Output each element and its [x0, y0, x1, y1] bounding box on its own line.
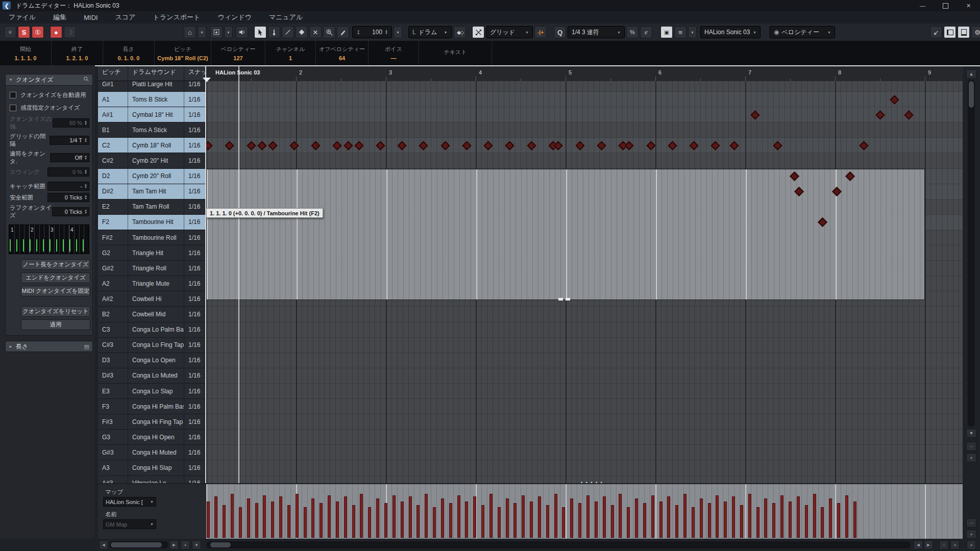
velocity-bar[interactable]	[595, 502, 598, 538]
velocity-bar[interactable]	[384, 503, 387, 538]
show-note-length-icon[interactable]: ◆◇	[454, 26, 466, 38]
solo-button[interactable]: S	[18, 26, 30, 38]
velocity-bar[interactable]	[481, 505, 484, 538]
velocity-bar[interactable]	[562, 507, 565, 538]
velocity-bar[interactable]	[586, 495, 590, 538]
velocity-bar[interactable]	[756, 507, 760, 538]
drum-row-F#3[interactable]: F#3Conga Hi Fing Tap1/16	[98, 414, 206, 430]
acoustic-feedback-button[interactable]: ①	[32, 26, 44, 38]
velocity-bar[interactable]	[813, 494, 816, 538]
velocity-bar[interactable]	[223, 505, 226, 538]
velocity-bar[interactable]	[207, 502, 210, 538]
drum-row-A3[interactable]: A3Conga Hi Slap1/16	[98, 461, 206, 476]
section-settings-icon[interactable]: ▤	[84, 343, 89, 350]
column-header-0[interactable]: ピッチ	[98, 66, 128, 81]
drum-row-C#2[interactable]: C#2Cymb 20" Hit1/16	[98, 154, 206, 169]
drum-row-F#2[interactable]: F#2Tambourine Roll1/16	[98, 230, 206, 245]
drum-row-D#3[interactable]: D#3Conga Lo Muted1/16	[98, 368, 206, 384]
drum-row-G3[interactable]: G3Conga Hi Open1/16	[98, 430, 206, 445]
velocity-bar[interactable]	[255, 503, 258, 538]
velocity-bar[interactable]	[393, 495, 396, 538]
grid-scroll-left-icon[interactable]: ◄	[914, 540, 923, 549]
velocity-bar[interactable]	[805, 505, 808, 538]
lane-resize-handle[interactable]: • • • • •	[581, 480, 603, 485]
velocity-bar[interactable]	[304, 507, 307, 538]
velocity-bar[interactable]	[627, 507, 630, 538]
name-dropdown[interactable]: GM Map▼	[103, 519, 156, 529]
field-value-box[interactable]: Off▲▼	[50, 153, 89, 162]
info-field-0[interactable]: 開始1. 1. 1. 0	[0, 41, 52, 65]
speaker-icon[interactable]	[236, 26, 248, 38]
drum-row-A1[interactable]: A1Toms B Stick1/16	[98, 92, 206, 107]
velocity-bar[interactable]	[554, 494, 557, 538]
drum-row-E3[interactable]: E3Conga Lo Slap1/16	[98, 384, 206, 399]
velocity-bar[interactable]	[239, 507, 242, 538]
velocity-bar[interactable]	[336, 502, 339, 538]
velocity-bar[interactable]	[651, 495, 654, 538]
drum-row-B1[interactable]: B1Toms A Stick1/16	[98, 122, 206, 138]
velocity-bar[interactable]	[611, 505, 614, 538]
show-lower-zone-icon[interactable]	[958, 26, 970, 38]
drum-row-B2[interactable]: B2Cowbell Mid1/16	[98, 307, 206, 322]
velocity-bar[interactable]	[764, 498, 767, 538]
velocity-bar[interactable]	[821, 507, 824, 538]
field-stepper[interactable]: ▲▼	[84, 155, 87, 160]
menu-item-2[interactable]: MIDI	[75, 14, 106, 21]
setup-toolbar-icon[interactable]: ⚙	[971, 26, 980, 38]
length-quantize-box[interactable]: L ドラム ▼	[408, 26, 452, 38]
velocity-bar[interactable]	[522, 495, 525, 538]
part-start-marker[interactable]	[203, 78, 211, 82]
velocity-bar[interactable]	[489, 494, 493, 538]
velocity-bar[interactable]	[708, 503, 711, 538]
velocity-bar[interactable]	[578, 503, 581, 538]
velocity-bar[interactable]	[570, 498, 573, 538]
velocity-bar[interactable]	[724, 502, 727, 538]
velocity-bar[interactable]	[328, 495, 331, 538]
step-input-icon[interactable]: ☽	[64, 26, 76, 38]
quantize-apply-button-1[interactable]: 適用	[21, 319, 90, 330]
velocity-bar[interactable]	[829, 498, 832, 538]
quantize-panel-header[interactable]: ▼ クオンタイズ	[5, 74, 93, 86]
grid-scroll-right-icon[interactable]: ►	[924, 540, 933, 549]
velocity-bar[interactable]	[433, 507, 436, 538]
velocity-bar[interactable]	[287, 505, 290, 538]
info-field-7[interactable]: ボイス—	[369, 41, 419, 65]
quantize-apply-button-0[interactable]: クオンタイズをリセット	[21, 306, 90, 317]
close-button[interactable]: ✕	[957, 0, 980, 11]
quantize-action-button-1[interactable]: エンドをクオンタイズ	[21, 272, 90, 283]
velocity-bar[interactable]	[780, 495, 783, 538]
v-zoom-out-icon[interactable]: －	[966, 442, 976, 451]
menu-item-4[interactable]: トランスポート	[144, 13, 209, 22]
record-button[interactable]: ●	[50, 26, 62, 38]
grid-zoom-in-icon[interactable]: ＋	[950, 540, 960, 549]
drum-row-G2[interactable]: G2Triangle Hit1/16	[98, 245, 206, 261]
velocity-bar[interactable]	[320, 503, 323, 538]
zoom-tool[interactable]	[323, 26, 335, 38]
velocity-bar[interactable]	[311, 498, 314, 538]
info-field-2[interactable]: 長さ0. 1. 0. 0	[103, 41, 155, 65]
velocity-bar[interactable]	[546, 505, 549, 538]
drum-row-G#1[interactable]: G#1Piatti Large Hit1/16	[98, 81, 206, 92]
field-stepper[interactable]: ▲▼	[84, 138, 87, 143]
velocity-bar[interactable]	[263, 495, 266, 538]
drum-row-F3[interactable]: F3Conga Hi Palm Bass1/16	[98, 399, 206, 414]
info-field-1[interactable]: 終了1. 2. 1. 0	[52, 41, 103, 65]
workspace-icon[interactable]: ⌂	[184, 26, 196, 38]
velocity-bar[interactable]	[231, 494, 234, 538]
part-layers-icon[interactable]: ≡	[674, 26, 687, 38]
part-handle-bottom[interactable]	[566, 298, 570, 300]
velocity-bar[interactable]	[247, 498, 250, 538]
maximize-button[interactable]	[934, 0, 957, 11]
note-grid[interactable]	[206, 81, 963, 483]
list-zoom-menu-icon[interactable]: ▾	[192, 540, 201, 549]
velocity-bar[interactable]	[675, 505, 678, 538]
field-stepper[interactable]: ▲▼	[84, 184, 87, 189]
quantize-panel-icon[interactable]: e	[640, 26, 652, 38]
velocity-bar[interactable]	[409, 496, 412, 538]
velocity-bar[interactable]	[716, 495, 719, 538]
list-scroll-left-icon[interactable]: ◄	[99, 540, 108, 549]
drumstick-tool[interactable]	[268, 26, 280, 38]
snap-mode-box[interactable]: グリッド ▼	[486, 26, 533, 38]
menu-item-0[interactable]: ファイル	[0, 13, 44, 22]
length-section-bar[interactable]: ► 長さ ▤	[5, 341, 93, 352]
